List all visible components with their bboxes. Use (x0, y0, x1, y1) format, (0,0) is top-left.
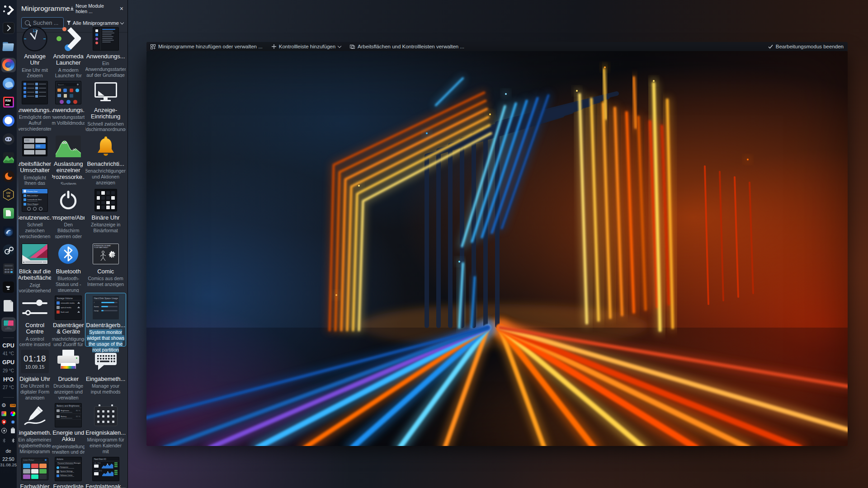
edit-mode-toolbar: Miniprogramme hinzufügen oder verwalten … (146, 42, 848, 51)
widget-item-show-desktop[interactable]: Blick auf die Arbeitsfläche Zeigt vorübe… (18, 239, 52, 293)
widget-name: Energie und Akku (52, 430, 84, 443)
widget-item-control-centre[interactable]: Control Centre A control centre inspired… (18, 293, 52, 347)
widget-item-notifications[interactable]: Benachrichti... Benachrichtigungen und A… (85, 131, 126, 185)
widget-name: Benutzerwec... (18, 215, 52, 221)
widget-name: Binäre Uhr (92, 215, 120, 221)
gear-icon[interactable]: ⚙ (1, 403, 6, 408)
temperature-sensors: CPU41 °CGPU29 °CH²O27 °C (2, 341, 14, 393)
widget-item-andromeda[interactable]: Andromeda Launcher A modern Launcher for… (52, 24, 85, 78)
widget-item-comic[interactable]: INTERESTED IN WHATYOUR WATCHING?I RUNLIN… (85, 239, 126, 293)
signal-icon[interactable] (1, 113, 16, 128)
widget-name: Anzeige-Einrichtung (86, 107, 125, 120)
clipboard-icon[interactable] (11, 428, 15, 433)
firefox-icon[interactable] (1, 58, 16, 72)
widget-item-input-pen[interactable]: Eingabemeth... Ein allgemeines Eingabeme… (18, 400, 52, 454)
notifications-icon (95, 133, 117, 160)
battlenet-icon[interactable] (1, 225, 16, 239)
system-monitor-icon[interactable] (1, 150, 16, 165)
cxb-badge-icon[interactable]: CXB (10, 404, 16, 407)
rubymine-icon[interactable]: RM (1, 95, 16, 109)
get-new-widgets-button[interactable]: Neue Module holen ... (70, 3, 116, 14)
clock-time: 22:50 (0, 456, 17, 462)
widget-description: Comics aus dem Internet anzeigen (86, 276, 125, 287)
civilization-icon[interactable]: CIVVII (1, 188, 16, 202)
calculator-icon[interactable] (1, 262, 16, 276)
widget-item-pager[interactable]: Arbeitsflächen-Umschalter Ermöglicht Ihn… (18, 131, 52, 185)
widget-item-kicker[interactable]: Anwendungs... Ein Anwendungsstarter auf … (85, 24, 126, 78)
chevron-down-icon (338, 44, 341, 48)
app-launcher-icon[interactable] (1, 2, 16, 17)
widget-description: Zeigt vorübergehend die Arbeitsfläche an… (19, 282, 51, 293)
widget-item-display-config[interactable]: Anzeige-Einrichtung Schnell zwischen Bil… (85, 78, 126, 131)
widget-description: Benachrichtigungen und Zugriff für Gerät… (52, 336, 85, 347)
terminal-icon[interactable] (1, 21, 16, 35)
widget-item-analog-clock[interactable]: 12 Analoge Uhr Eine Uhr mit Zeigern (18, 24, 52, 78)
widget-name: Auslastung einzelner Prozessorke... (52, 161, 85, 180)
widgets-icon (151, 44, 156, 49)
discord-icon[interactable] (1, 132, 16, 146)
sidebar-header: Miniprogramme Neue Module holen ... × (17, 0, 127, 15)
pager-icon (22, 133, 47, 160)
widget-item-printers[interactable]: Drucker Druckaufträge anzeigen und verwa… (52, 347, 85, 400)
steam-icon[interactable] (1, 243, 16, 258)
widget-description: Druckaufträge anzeigen und verwalten (52, 383, 84, 400)
widget-item-app-menu[interactable]: Anwendungs... Ermöglicht den Aufruf vers… (18, 78, 52, 131)
shield-icon[interactable] (2, 419, 6, 425)
widget-item-user-switcher[interactable]: Plasma UserAda LovelaceLeonardo da Vinci… (18, 185, 52, 239)
widget-item-disk-usage[interactable]: Hard Disk Space Usage//home/swap Datentr… (85, 293, 126, 347)
sidebar-scrollbar[interactable] (17, 172, 19, 438)
file-manager-icon[interactable] (1, 39, 16, 54)
widget-description: Den Bildschirm sperren oder abmelden (52, 222, 84, 239)
wallpaper-art (146, 51, 848, 446)
disks-devices-icon: Storage Volumeremovable mediaoptical med… (55, 295, 82, 321)
widget-item-event-calendar[interactable]: Ereigniskalen... Miniprogramm für einen … (85, 400, 126, 454)
widget-name: Fensterliste (53, 483, 84, 488)
widget-item-fullscreen-launcher[interactable]: Search ... Anwendungs... Anwendungsstart… (52, 78, 85, 131)
widget-item-bluetooth[interactable]: Bluetooth Bluetooth-Status und -steuerun… (52, 239, 85, 293)
crunchyroll-icon[interactable] (1, 169, 16, 183)
disk-usage-icon: Hard Disk Space Usage//home/swap (92, 295, 119, 321)
svg-text:LINUX: LINUX (111, 255, 115, 257)
widget-name: Anwendungs... (52, 107, 85, 113)
close-icon[interactable]: × (120, 5, 123, 12)
document-icon[interactable] (1, 299, 16, 313)
panel-clock[interactable]: 22:50 31.08.25 (0, 456, 17, 468)
bluetooth-dim-icon[interactable] (2, 436, 6, 445)
widget-item-battery[interactable]: Battery and BrightnessBrightness80 %Batt… (52, 400, 85, 454)
exit-edit-mode-button[interactable]: Bearbeitungsmodus beenden (768, 44, 844, 49)
snowflake-icon[interactable]: ✱ (11, 420, 15, 425)
widget-name: Anwendungs... (86, 53, 125, 60)
keyboard-layout-indicator[interactable]: de (5, 448, 11, 454)
widget-item-window-list[interactable]: ActionsPersonal Information ManagerKonqu… (52, 454, 85, 488)
show-desktop-icon (22, 241, 48, 267)
sensor-ho: H²O27 °C (2, 376, 14, 391)
color-cube-icon[interactable] (1, 411, 6, 416)
widget-item-lock-logout[interactable]: Bildschirmsperre/Abmeldung Den Bildschir… (52, 185, 85, 239)
widget-description: A modern Launcher for plasma! (52, 67, 84, 78)
widget-item-binary-clock[interactable]: Binäre Uhr Zeitanzeige in Binärformat (85, 185, 126, 239)
game-forge-icon[interactable] (1, 280, 16, 295)
widget-item-input-keyboard[interactable]: Eingabemeth... Manage your input methods (85, 347, 126, 400)
pause-icon[interactable] (1, 428, 7, 433)
widget-name: Analoge Uhr (19, 53, 51, 66)
widget-item-core-usage[interactable]: Auslastung einzelner Prozessorke... Syst… (52, 131, 85, 185)
libreoffice-icon[interactable] (1, 206, 16, 221)
manage-desktops-button[interactable]: Arbeitsflächen und Kontrollleisten verwa… (350, 44, 464, 49)
app-menu-icon (22, 80, 48, 106)
thunderbird-icon[interactable] (1, 76, 16, 91)
color-wheel-icon[interactable] (10, 411, 15, 416)
control-centre-icon (22, 295, 47, 321)
add-panel-button[interactable]: Kontrollleiste hinzufügen (272, 44, 341, 49)
bluetooth-icon[interactable] (11, 436, 15, 445)
widget-item-digital-clock[interactable]: 01:1810.09.15 Digitale Uhr Die Uhrzeit i… (18, 347, 52, 400)
sidebar-title: Miniprogramme (21, 5, 70, 13)
display-settings-icon[interactable] (1, 317, 16, 332)
disk-io-icon: Hard Disk I/Osda_(8:0)sam0_(3:0) (92, 456, 119, 482)
add-widgets-button[interactable]: Miniprogramme hinzufügen oder verwalten … (151, 44, 263, 49)
screen: RMCIVVII CPU41 °CGPU29 °CH²O27 °C ⚙CXB✱ … (0, 0, 868, 488)
widget-item-disks-devices[interactable]: Storage Volumeremovable mediaoptical med… (52, 293, 85, 347)
widget-item-color-picker[interactable]: Color Picker Farbwähler (18, 454, 52, 488)
printers-icon (57, 348, 80, 375)
widget-item-disk-io[interactable]: Hard Disk I/Osda_(8:0)sam0_(3:0) Festpla… (85, 454, 126, 488)
desktop-wallpaper[interactable] (146, 51, 848, 446)
